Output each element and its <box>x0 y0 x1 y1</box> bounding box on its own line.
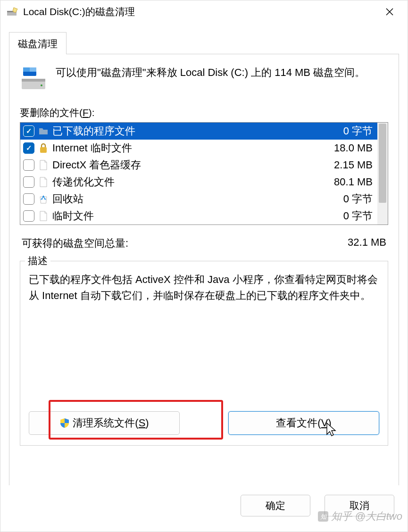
checkbox[interactable] <box>23 193 34 205</box>
tabs: 磁盘清理 <box>9 32 399 54</box>
file-label: 已下载的程序文件 <box>52 124 343 138</box>
disk-cleanup-icon <box>6 6 19 17</box>
file-icon <box>38 159 49 171</box>
content-area: 磁盘清理 可以使用"磁盘清理"来释放 Local Disk (C:) 上的 11… <box>0 23 408 485</box>
svg-rect-8 <box>40 147 47 153</box>
file-icon <box>38 210 49 222</box>
checkbox[interactable] <box>23 210 34 222</box>
file-label: Internet 临时文件 <box>52 141 334 155</box>
disk-cleanup-window: Local Disk(C:)的磁盘清理 磁盘清理 可以使用"磁盘清理"来释放 L… <box>0 0 408 532</box>
file-size: 18.0 MB <box>334 142 373 154</box>
lock-icon <box>38 142 49 154</box>
file-size: 80.1 MB <box>334 176 373 188</box>
scrollbar[interactable] <box>377 123 388 224</box>
checkbox[interactable] <box>23 125 34 137</box>
intro-text: 可以使用"磁盘清理"来释放 Local Disk (C:) 上的 114 MB … <box>56 65 365 92</box>
drive-icon <box>20 65 47 92</box>
file-label: 临时文件 <box>52 209 343 223</box>
window-title: Local Disk(C:)的磁盘清理 <box>23 5 135 18</box>
folder-icon <box>38 125 49 137</box>
close-button[interactable] <box>377 0 402 23</box>
titlebar: Local Disk(C:)的磁盘清理 <box>0 0 408 23</box>
view-files-button[interactable]: 查看文件(V) <box>228 411 379 435</box>
scrollbar-thumb[interactable] <box>379 124 386 203</box>
file-row[interactable]: 回收站0 字节 <box>20 191 377 208</box>
dialog-footer: 确定 取消 <box>0 485 408 532</box>
checkbox[interactable] <box>23 142 34 154</box>
cancel-button[interactable]: 取消 <box>325 495 394 516</box>
close-icon <box>385 8 394 16</box>
file-row[interactable]: DirectX 着色器缓存2.15 MB <box>20 157 377 174</box>
file-row[interactable]: 传递优化文件80.1 MB <box>20 174 377 191</box>
svg-point-7 <box>41 84 42 86</box>
svg-rect-6 <box>22 79 45 82</box>
checkbox[interactable] <box>23 176 34 188</box>
file-label: 传递优化文件 <box>52 175 334 189</box>
file-size: 2.15 MB <box>334 159 373 171</box>
description-legend: 描述 <box>25 254 50 267</box>
file-row[interactable]: 临时文件0 字节 <box>20 208 377 224</box>
shield-icon <box>59 418 70 428</box>
file-size: 0 字节 <box>343 192 373 206</box>
total-label: 可获得的磁盘空间总量: <box>22 236 128 250</box>
file-row[interactable]: Internet 临时文件18.0 MB <box>20 140 377 157</box>
clean-system-files-button[interactable]: 清理系统文件(S) <box>29 411 180 435</box>
file-label: 回收站 <box>52 192 343 206</box>
file-label: DirectX 着色器缓存 <box>52 158 334 172</box>
file-row[interactable]: 已下载的程序文件0 字节 <box>20 123 377 140</box>
files-listbox[interactable]: 已下载的程序文件0 字节Internet 临时文件18.0 MBDirectX … <box>20 122 388 225</box>
svg-rect-4 <box>23 67 30 72</box>
files-label: 要删除的文件(F): <box>20 106 388 119</box>
total-value: 32.1 MB <box>348 236 386 250</box>
ok-button[interactable]: 确定 <box>241 495 310 516</box>
file-size: 0 字节 <box>343 124 373 138</box>
file-size: 0 字节 <box>343 209 373 223</box>
tab-panel: 可以使用"磁盘清理"来释放 Local Disk (C:) 上的 114 MB … <box>9 54 399 485</box>
description-text: 已下载的程序文件包括 ActiveX 控件和 Java 小程序，你查看特定网页时… <box>29 272 379 304</box>
svg-rect-3 <box>30 67 36 72</box>
checkbox[interactable] <box>23 159 34 171</box>
description-group: 描述 已下载的程序文件包括 ActiveX 控件和 Java 小程序，你查看特定… <box>20 261 388 446</box>
recycle-icon <box>38 193 49 205</box>
tab-disk-cleanup[interactable]: 磁盘清理 <box>9 32 67 54</box>
file-icon <box>38 176 49 188</box>
